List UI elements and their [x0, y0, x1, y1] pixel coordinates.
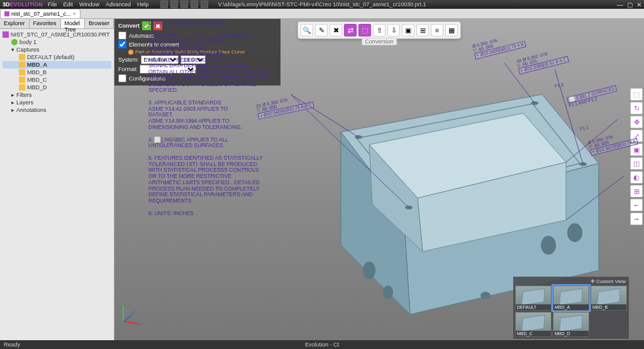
list-icon[interactable]: ≡ [431, 24, 443, 36]
tree-default-label: DEFAULT (default) [27, 54, 74, 60]
export-icon[interactable]: ⇧ [373, 24, 386, 36]
close-icon[interactable]: ✕ [636, 1, 641, 8]
grid-icon[interactable]: ⊞ [416, 24, 429, 36]
search-icon[interactable]: 🔍 [301, 24, 313, 36]
tree-root[interactable]: NIST_STC_07_ASME1_CR10030.PRT [3, 31, 111, 38]
tab-favorites[interactable]: Favorites [30, 19, 61, 28]
document-tab-close-icon[interactable]: × [73, 11, 76, 17]
menu-help[interactable]: Help [137, 1, 149, 8]
svg-text:Y: Y [121, 302, 124, 306]
custom-view-header: Custom View [515, 279, 627, 285]
automatic-checkbox-row[interactable]: Automatic [118, 31, 277, 40]
toolbar-icon-2[interactable] [170, 1, 178, 8]
view-thumb-default[interactable]: DEFAULT [515, 285, 552, 311]
svg-point-13 [541, 236, 556, 255]
frame-icon[interactable]: ▣ [402, 24, 414, 36]
view-thumb-mbd-d[interactable]: MBD_D [553, 312, 589, 337]
tree-mbd-c[interactable]: MBD_C [3, 76, 111, 84]
svg-point-14 [567, 223, 582, 242]
tree-mbd-b-label: MBD_B [27, 69, 47, 75]
tree-mbd-b[interactable]: MBD_B [3, 69, 111, 76]
import-icon[interactable]: ⇩ [387, 24, 400, 36]
view-thumb-default-label: DEFAULT [516, 304, 551, 310]
svg-line-25 [123, 321, 138, 324]
tree-annotations-label: Annotations [16, 107, 47, 113]
menu-window[interactable]: Window [79, 1, 99, 8]
pmi-anno-1: Ø 6.350 .076 ▽ .60 .000 ⌖ Ø10.040Ⓜ|Ø10.7… [472, 31, 526, 59]
status-center: Evolution - Ct [305, 341, 339, 348]
tree-captures[interactable]: ▾ Captures [3, 46, 111, 53]
menu-edit[interactable]: Edit [64, 1, 74, 8]
edit-icon[interactable]: ✎ [315, 24, 328, 36]
tree-body[interactable]: body 1 [3, 38, 111, 46]
element-dot-icon [128, 50, 133, 55]
system-select[interactable]: Evolution [141, 55, 179, 64]
tree-mbd-c-label: MBD_C [27, 77, 47, 83]
configurations-checkbox[interactable] [118, 74, 126, 82]
toolbar-icon-3[interactable] [180, 1, 188, 8]
view-thumb-mbd-c[interactable]: MBD_C [515, 312, 552, 337]
model-tree: NIST_STC_07_ASME1_CR10030.PRT body 1 ▾ C… [0, 29, 114, 116]
convert-ok-button[interactable]: ✔ [142, 21, 151, 30]
format-select[interactable] [140, 65, 196, 74]
tools-icon[interactable]: ✖ [330, 24, 342, 36]
left-panel: Explorer Favorites Model Tree Browser NI… [0, 19, 114, 340]
document-tab[interactable]: nist_stc_07_asme1_c... × [0, 9, 80, 18]
conversion-toolbar-label: Conversion [362, 38, 397, 45]
toolbar-icon-5[interactable] [201, 1, 208, 8]
tab-model-tree[interactable]: Model Tree [61, 19, 85, 28]
document-tab-label: nist_stc_07_asme1_c... [11, 11, 71, 17]
tree-annotations[interactable]: ▸ Annotations [3, 106, 111, 114]
svg-line-27 [123, 315, 132, 321]
system-label: System: [118, 57, 139, 63]
title-path: V:\ablage\Lenny\PMI\NIST-STC-PMI-v4\Creo… [218, 1, 426, 8]
tree-layers[interactable]: ▸ Layers [3, 99, 111, 106]
tree-root-label: NIST_STC_07_ASME1_CR10030.PRT [11, 31, 109, 38]
convert-icon[interactable]: ⇄ [344, 24, 357, 36]
tree-filters[interactable]: ▸ Filters [3, 91, 111, 99]
status-bar: Ready Evolution - Ct [0, 340, 644, 349]
menu-advanced[interactable]: Advanced [106, 1, 131, 8]
tree-default[interactable]: DEFAULT (default) [3, 53, 111, 61]
tree-mbd-a-label: MBD_A [27, 62, 47, 68]
status-left: Ready [4, 341, 20, 348]
svg-text:Z: Z [132, 310, 135, 314]
menu-file[interactable]: File [48, 1, 57, 8]
custom-view-panel: Custom View DEFAULT MBD_A MBD_B MBD_C MB… [513, 277, 629, 339]
view-thumb-mbd-b-label: MBD_B [591, 304, 626, 310]
app-logo: 3DEVOLUTION [3, 1, 43, 8]
left-panel-tabs: Explorer Favorites Model Tree Browser [0, 19, 114, 29]
automatic-checkbox[interactable] [118, 31, 126, 40]
element-tags: Part or Assembly Solid Body Feature Face… [135, 49, 245, 55]
titlebar: 3DEVOLUTION File Edit Window Advanced He… [0, 0, 644, 9]
tab-browser[interactable]: Browser [85, 19, 114, 28]
model-icon[interactable]: ⬚ [358, 24, 371, 36]
svg-point-12 [383, 285, 393, 299]
toolbar-icon-4[interactable] [191, 1, 198, 8]
box-icon[interactable]: ▦ [445, 24, 458, 36]
view-thumb-mbd-a[interactable]: MBD_A [553, 285, 589, 311]
tree-body-label: body 1 [19, 39, 36, 45]
maximize-icon[interactable]: ▢ [627, 1, 633, 8]
elements-checkbox[interactable] [118, 40, 126, 48]
convert-title: Convert [118, 23, 140, 29]
axes-triad: Y X Z [117, 302, 142, 328]
toolbar-icon-1[interactable] [160, 1, 168, 8]
tree-layers-label: Layers [16, 99, 33, 106]
view-thumb-mbd-a-label: MBD_A [553, 304, 589, 310]
convert-cancel-button[interactable]: ✖ [153, 21, 162, 30]
tree-mbd-a[interactable]: MBD_A [3, 61, 111, 69]
view-thumb-mbd-b[interactable]: MBD_B [591, 285, 627, 311]
elements-checkbox-row[interactable]: Elements to convert [118, 40, 277, 48]
minimize-icon[interactable]: — [617, 1, 623, 8]
tree-mbd-d[interactable]: MBD_D [3, 84, 111, 91]
version-select[interactable]: 16.0 [180, 55, 206, 64]
format-label: Format: [118, 66, 138, 72]
configurations-label: Configurations [129, 75, 165, 82]
svg-point-15 [480, 292, 491, 299]
viewport[interactable]: LESS OTHERWISE SPECIFIED: CAD MODEL ____… [114, 19, 644, 340]
svg-point-11 [363, 262, 375, 279]
tab-explorer[interactable]: Explorer [0, 19, 30, 28]
document-tab-bar: nist_stc_07_asme1_c... × [0, 9, 644, 19]
tree-captures-label: Captures [16, 47, 40, 53]
